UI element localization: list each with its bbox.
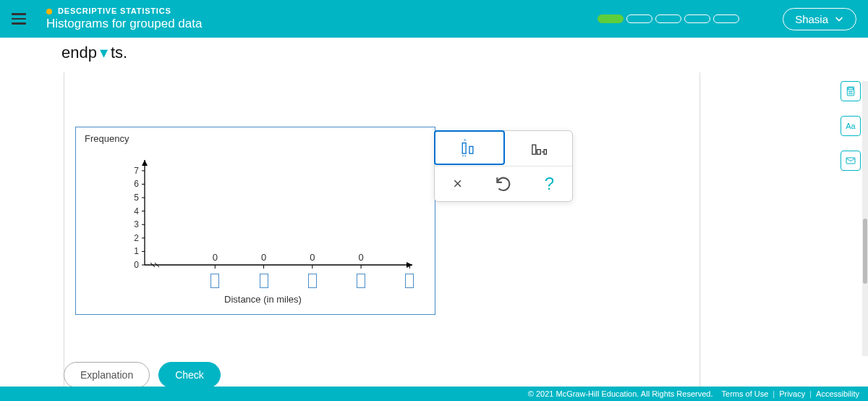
svg-point-39 [851, 91, 852, 92]
reset-icon [494, 174, 513, 193]
footer-privacy[interactable]: Privacy [779, 389, 805, 398]
svg-text:3: 3 [134, 219, 139, 229]
x-tick-input[interactable] [357, 274, 365, 288]
svg-rect-32 [532, 145, 536, 154]
help-tool[interactable]: ? [527, 166, 572, 201]
x-tick-input[interactable] [405, 274, 414, 288]
svg-text:7: 7 [134, 166, 139, 176]
app-header: DESCRIPTIVE STATISTICS Histograms for gr… [0, 0, 868, 38]
category-label: DESCRIPTIVE STATISTICS [46, 7, 597, 15]
svg-text:4: 4 [134, 206, 139, 216]
mail-icon [845, 155, 856, 166]
svg-text:1: 1 [134, 246, 139, 256]
scrollbar[interactable] [862, 81, 868, 356]
svg-point-40 [848, 93, 849, 94]
adjust-bar-tool[interactable] [504, 131, 572, 166]
user-menu[interactable]: Shasia [783, 8, 856, 30]
font-size-button[interactable]: Aa [841, 116, 861, 136]
svg-text:2: 2 [134, 233, 139, 243]
svg-point-41 [850, 93, 851, 94]
x-axis-label: Distance (in miles) [224, 294, 302, 305]
footer-accessibility[interactable]: Accessibility [816, 389, 859, 398]
calculator-icon [845, 85, 856, 97]
insert-bar-tool[interactable]: + [434, 130, 505, 165]
svg-text:+: + [464, 138, 467, 143]
x-tick-input[interactable] [210, 274, 219, 288]
svg-rect-29 [462, 143, 466, 154]
svg-rect-34 [544, 150, 546, 155]
svg-text:0: 0 [134, 260, 139, 270]
footer-terms[interactable]: Terms of Use [722, 389, 769, 398]
svg-text:6: 6 [134, 179, 139, 189]
footer-copyright: © 2021 McGraw-Hill Education. All Rights… [528, 389, 713, 398]
x-tick-input[interactable] [260, 274, 268, 288]
svg-point-37 [848, 91, 849, 92]
svg-text:0: 0 [310, 252, 315, 263]
right-rail: Aa [841, 81, 861, 171]
svg-text:0: 0 [358, 252, 363, 263]
progress-indicator [597, 14, 739, 23]
reset-tool[interactable] [480, 166, 526, 201]
svg-point-38 [850, 91, 851, 92]
work-area: Frequency 012345670000 Distance (in mile… [64, 72, 700, 401]
x-tick-input[interactable] [308, 274, 317, 288]
svg-rect-33 [537, 150, 540, 155]
instruction-fragment: endp▾ts. [61, 43, 127, 62]
chevron-down-icon: ▾ [100, 43, 108, 62]
svg-point-42 [851, 93, 852, 94]
footer: © 2021 McGraw-Hill Education. All Rights… [0, 387, 868, 401]
svg-text:0: 0 [261, 252, 266, 263]
user-name: Shasia [795, 13, 828, 25]
svg-text:5: 5 [134, 193, 139, 203]
messages-button[interactable] [841, 151, 861, 171]
topic-title: Histograms for grouped data [46, 17, 597, 31]
tool-panel: + × ? [434, 130, 573, 202]
calculator-button[interactable] [841, 81, 861, 101]
svg-rect-31 [469, 146, 473, 153]
y-axis-label: Frequency [85, 133, 129, 144]
histogram-chart[interactable]: Frequency 012345670000 Distance (in mile… [75, 127, 435, 315]
chevron-down-icon [834, 14, 844, 24]
menu-icon[interactable] [12, 13, 26, 25]
svg-rect-36 [848, 88, 854, 90]
svg-rect-43 [846, 158, 855, 164]
check-button[interactable]: Check [158, 362, 221, 388]
chart-svg: 012345670000 [123, 156, 427, 290]
close-tool[interactable]: × [435, 166, 480, 201]
explanation-button[interactable]: Explanation [64, 362, 150, 388]
svg-text:0: 0 [213, 252, 218, 263]
